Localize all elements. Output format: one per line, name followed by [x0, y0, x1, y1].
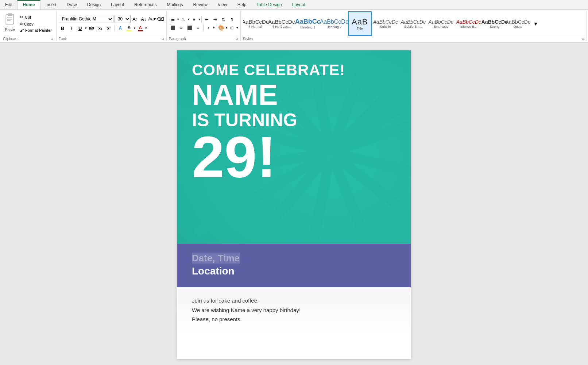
style-subtle-em[interactable]: AaBbCcDc Subtle Em... [399, 11, 427, 36]
styles-group-label: Styles ⊡ [243, 36, 585, 41]
show-marks-button[interactable]: ¶ [228, 16, 236, 23]
font-size-select[interactable]: 30 [115, 15, 131, 23]
style-heading2[interactable]: AaBbCcDc Heading 2 [321, 11, 347, 36]
style-emphasis[interactable]: AaBbCcDc Emphasis [428, 11, 454, 36]
borders-dropdown[interactable]: ▾ [236, 26, 238, 30]
svg-rect-5 [7, 20, 11, 21]
bullets-dropdown[interactable]: ▾ [177, 18, 179, 21]
tab-insert[interactable]: Insert [40, 0, 62, 9]
underline-dropdown[interactable]: ▾ [85, 26, 87, 30]
invite-datetime-container: Date, Time [192, 253, 396, 264]
style-strong-preview: AaBbCcDc [481, 19, 508, 25]
highlight-button[interactable]: A [125, 24, 133, 32]
style-strong-label: Strong [490, 25, 499, 28]
format-painter-button[interactable]: 🖌 Format Painter [19, 28, 53, 33]
document-area[interactable]: COME CELEBRATE! NAME IS TURNING 29! Date… [0, 43, 588, 365]
font-color-dropdown[interactable]: ▾ [145, 26, 147, 30]
align-center-button[interactable]: ≡ [177, 24, 185, 31]
increase-font-button[interactable]: A↑ [132, 15, 139, 23]
decrease-indent-button[interactable]: ⇤ [203, 16, 211, 23]
strikethrough-button[interactable]: ab [88, 24, 96, 32]
multilevel-dropdown[interactable]: ▾ [198, 18, 200, 21]
style-h2-preview: AaBbCcDc [320, 19, 348, 25]
style-intense-em[interactable]: AaBbCcDc Intense E... [455, 11, 483, 36]
style-strong[interactable]: AaBbCcDc Strong [483, 11, 506, 36]
tab-mailings[interactable]: Mailings [162, 0, 188, 9]
multilevel-button[interactable]: ≡ [190, 16, 198, 23]
tab-layout2[interactable]: Layout [287, 0, 310, 9]
copy-button[interactable]: ⧉ Copy [19, 21, 53, 27]
clipboard-expand-icon[interactable]: ⊡ [51, 37, 53, 41]
text-effects-button[interactable]: A [116, 24, 124, 32]
tab-view[interactable]: View [213, 0, 232, 9]
change-case-button[interactable]: Aa▾ [148, 15, 156, 23]
style-subtitle-label: Subtitle [380, 25, 391, 28]
style-subtitle-preview: AaBbCcDc [373, 19, 398, 25]
align-left-button[interactable]: ⬛ [169, 24, 177, 31]
font-row2: B I U ▾ ab x₂ x² A A ▾ [59, 24, 164, 32]
line-spacing-button[interactable]: ↕ [205, 24, 213, 31]
paragraph-group-label: Paragraph ⊡ [169, 36, 238, 41]
italic-button[interactable]: I [67, 24, 76, 32]
tab-references[interactable]: References [129, 0, 162, 9]
font-color-button[interactable]: A [136, 24, 144, 32]
svg-rect-2 [8, 14, 12, 16]
svg-rect-3 [7, 18, 12, 18]
style-subtle-preview: AaBbCcDc [401, 19, 426, 25]
tab-table-design[interactable]: Table Design [251, 0, 287, 9]
style-subtitle[interactable]: AaBbCcDc Subtitle [372, 11, 399, 36]
shading-dropdown[interactable]: ▾ [226, 26, 228, 30]
highlight-dropdown[interactable]: ▾ [134, 26, 136, 30]
numbering-dropdown[interactable]: ▾ [188, 18, 190, 21]
justify-button[interactable]: ≡ [194, 24, 202, 31]
paste-button[interactable]: Paste [3, 11, 18, 36]
style-title-label: Title [357, 27, 363, 30]
numbering-button[interactable]: ⒈ [179, 16, 187, 23]
styles-expand-icon[interactable]: ⊡ [582, 37, 585, 41]
style-normal-label: ¶ Normal [249, 25, 262, 28]
font-name-select[interactable]: Franklin Gothic M [59, 15, 113, 23]
sort-button[interactable]: ⇅ [220, 16, 228, 23]
clear-formatting-button[interactable]: ⌫ [157, 15, 164, 23]
tab-help[interactable]: Help [232, 0, 252, 9]
style-no-space[interactable]: AaBbCcDc ¶ No Spac... [268, 11, 295, 36]
invite-content: COME CELEBRATE! NAME IS TURNING 29! [192, 61, 396, 183]
style-quote-preview: AaBbCcDc [506, 19, 530, 25]
tab-design[interactable]: Design [82, 0, 106, 9]
increase-indent-button[interactable]: ⇥ [211, 16, 219, 23]
shading-button[interactable]: 🎨 [217, 24, 225, 31]
font-expand-icon[interactable]: ⊡ [162, 37, 164, 41]
tab-review[interactable]: Review [188, 0, 213, 9]
tab-home[interactable]: Home [17, 0, 40, 9]
clipboard-label: Clipboard ⊡ [3, 36, 53, 41]
ribbon-tabs: File Home Insert Draw Design Layout Refe… [0, 0, 588, 10]
cut-button[interactable]: ✂ Cut [19, 14, 53, 20]
tab-draw[interactable]: Draw [62, 0, 82, 9]
style-quote[interactable]: AaBbCcDc Quote [507, 11, 529, 36]
document-page: COME CELEBRATE! NAME IS TURNING 29! Date… [177, 50, 411, 359]
decrease-font-button[interactable]: A↓ [140, 15, 147, 23]
copy-icon: ⧉ [20, 22, 23, 26]
style-normal[interactable]: AaBbCcDc ¶ Normal [243, 11, 268, 36]
invite-age-text: 29! [192, 131, 396, 183]
style-h1-preview: AaBbCc [295, 18, 321, 26]
style-heading1[interactable]: AaBbCc Heading 1 [295, 11, 320, 36]
borders-button[interactable]: ⊞ [228, 24, 236, 31]
superscript-button[interactable]: x² [105, 24, 113, 32]
line-spacing-dropdown[interactable]: ▾ [213, 26, 215, 30]
bullets-button[interactable]: ☰ [169, 16, 177, 23]
tab-layout[interactable]: Layout [106, 0, 129, 9]
underline-button[interactable]: U [76, 24, 84, 32]
separator1 [115, 25, 115, 31]
paragraph-expand-icon[interactable]: ⊡ [236, 37, 238, 41]
style-quote-label: Quote [513, 25, 522, 28]
svg-rect-4 [7, 19, 12, 20]
invite-top-section: COME CELEBRATE! NAME IS TURNING 29! [177, 50, 411, 244]
align-right-button[interactable]: ⬛ [186, 24, 194, 31]
invite-body-line1: Join us for cake and coffee. [192, 296, 396, 306]
subscript-button[interactable]: x₂ [96, 24, 104, 32]
bold-button[interactable]: B [59, 24, 67, 32]
tab-file[interactable]: File [0, 0, 17, 9]
style-title[interactable]: AaB Title [348, 11, 372, 36]
styles-scroll-down[interactable]: ▼ [530, 11, 542, 36]
